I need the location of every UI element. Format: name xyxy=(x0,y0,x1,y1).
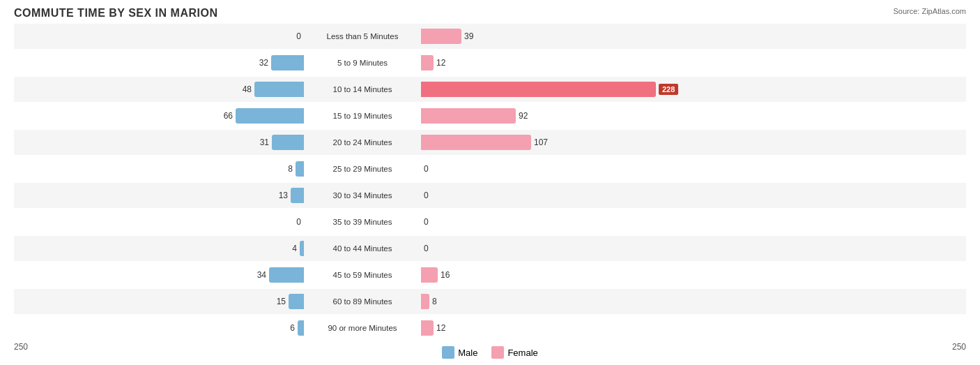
female-bar xyxy=(421,320,434,336)
chart-title: COMMUTE TIME BY SEX IN MARION xyxy=(14,7,966,20)
male-bar xyxy=(271,55,304,70)
right-section: 0 xyxy=(418,161,711,177)
male-value: 32 xyxy=(247,58,268,68)
left-section: 6 xyxy=(14,320,307,336)
left-section: 48 xyxy=(14,82,307,97)
female-bar xyxy=(421,82,656,97)
male-bar xyxy=(254,82,304,97)
right-section: 12 xyxy=(418,320,711,336)
row-label: 90 or more Minutes xyxy=(307,324,418,332)
right-section: 0 xyxy=(418,188,711,203)
row-label: 25 to 29 Minutes xyxy=(307,165,418,173)
male-value: 4 xyxy=(276,244,297,253)
left-section: 31 xyxy=(14,135,307,150)
male-bar xyxy=(289,294,304,309)
female-value: 0 xyxy=(424,244,445,253)
female-value: 16 xyxy=(441,270,461,280)
legend-male: Male xyxy=(442,346,477,359)
legend-male-box xyxy=(442,346,454,359)
bottom-labels: 250 Male Female 250 xyxy=(14,342,966,359)
row-label: 15 to 19 Minutes xyxy=(307,112,418,120)
bottom-right-label: 250 xyxy=(924,342,966,359)
female-value: 12 xyxy=(436,58,457,68)
male-value: 34 xyxy=(245,270,266,280)
bar-row: 48 10 to 14 Minutes 228 xyxy=(14,77,966,102)
left-section: 13 xyxy=(14,188,307,203)
male-bar xyxy=(236,108,304,124)
bar-row: 0 35 to 39 Minutes 0 xyxy=(14,209,966,234)
male-value: 8 xyxy=(272,164,293,174)
right-section: 16 xyxy=(418,267,711,283)
male-value: 13 xyxy=(267,191,288,200)
male-value: 0 xyxy=(280,31,301,41)
right-section: 12 xyxy=(418,55,711,70)
female-bar xyxy=(421,267,438,283)
male-bar xyxy=(296,161,304,177)
row-label: 20 to 24 Minutes xyxy=(307,138,418,147)
male-value: 6 xyxy=(274,323,295,333)
bar-row: 0 Less than 5 Minutes 39 xyxy=(14,24,966,49)
left-section: 0 xyxy=(14,214,307,230)
female-value: 0 xyxy=(424,164,445,174)
female-bar xyxy=(421,55,434,70)
row-label: 5 to 9 Minutes xyxy=(307,59,418,67)
female-value: 39 xyxy=(464,31,485,41)
right-section: 39 xyxy=(418,29,711,44)
left-section: 34 xyxy=(14,267,307,283)
row-label: Less than 5 Minutes xyxy=(307,32,418,40)
male-bar xyxy=(272,135,304,150)
female-value: 107 xyxy=(534,137,555,147)
bar-row: 6 90 or more Minutes 12 xyxy=(14,315,966,341)
bar-row: 66 15 to 19 Minutes 92 xyxy=(14,103,966,128)
female-bar xyxy=(421,294,429,309)
bar-row: 13 30 to 34 Minutes 0 xyxy=(14,183,966,208)
chart-area: 0 Less than 5 Minutes 39 32 5 to 9 Minut… xyxy=(14,24,966,341)
right-section: 0 xyxy=(418,214,711,230)
male-bar xyxy=(269,267,304,283)
bar-row: 34 45 to 59 Minutes 16 xyxy=(14,262,966,288)
bar-row: 32 5 to 9 Minutes 12 xyxy=(14,50,966,75)
female-value: 0 xyxy=(424,191,445,200)
male-value: 15 xyxy=(265,297,286,306)
bottom-left-label: 250 xyxy=(14,342,56,359)
right-section: 0 xyxy=(418,241,711,256)
chart-container: COMMUTE TIME BY SEX IN MARION Source: Zi… xyxy=(0,0,980,365)
row-label: 30 to 34 Minutes xyxy=(307,191,418,200)
right-section: 228 xyxy=(418,82,711,97)
female-value: 8 xyxy=(432,297,453,306)
left-section: 4 xyxy=(14,241,307,256)
highlight-value: 228 xyxy=(659,84,678,95)
bar-row: 15 60 to 89 Minutes 8 xyxy=(14,289,966,314)
left-section: 32 xyxy=(14,55,307,70)
female-value: 12 xyxy=(436,323,457,333)
bar-row: 31 20 to 24 Minutes 107 xyxy=(14,130,966,155)
male-bar xyxy=(298,320,304,336)
female-value: 92 xyxy=(519,111,539,121)
row-label: 40 to 44 Minutes xyxy=(307,244,418,253)
legend-female-box xyxy=(491,346,504,359)
male-value: 48 xyxy=(231,84,252,94)
legend-male-label: Male xyxy=(458,348,477,358)
left-section: 66 xyxy=(14,108,307,124)
right-section: 92 xyxy=(418,108,711,124)
right-section: 107 xyxy=(418,135,711,150)
bar-row: 8 25 to 29 Minutes 0 xyxy=(14,156,966,181)
row-label: 10 to 14 Minutes xyxy=(307,85,418,94)
male-bar xyxy=(291,188,304,203)
source-label: Source: ZipAtlas.com xyxy=(893,7,966,15)
legend: Male Female xyxy=(442,346,538,359)
male-bar xyxy=(300,241,304,256)
legend-female: Female xyxy=(491,346,537,359)
male-value: 66 xyxy=(212,111,233,121)
left-section: 0 xyxy=(14,29,307,44)
bar-row: 4 40 to 44 Minutes 0 xyxy=(14,236,966,261)
male-value: 31 xyxy=(248,137,269,147)
female-bar xyxy=(421,108,516,124)
left-section: 15 xyxy=(14,294,307,309)
female-bar xyxy=(421,29,461,44)
row-label: 45 to 59 Minutes xyxy=(307,271,418,279)
female-bar xyxy=(421,135,531,150)
left-section: 8 xyxy=(14,161,307,177)
right-section: 8 xyxy=(418,294,711,309)
row-label: 35 to 39 Minutes xyxy=(307,218,418,226)
